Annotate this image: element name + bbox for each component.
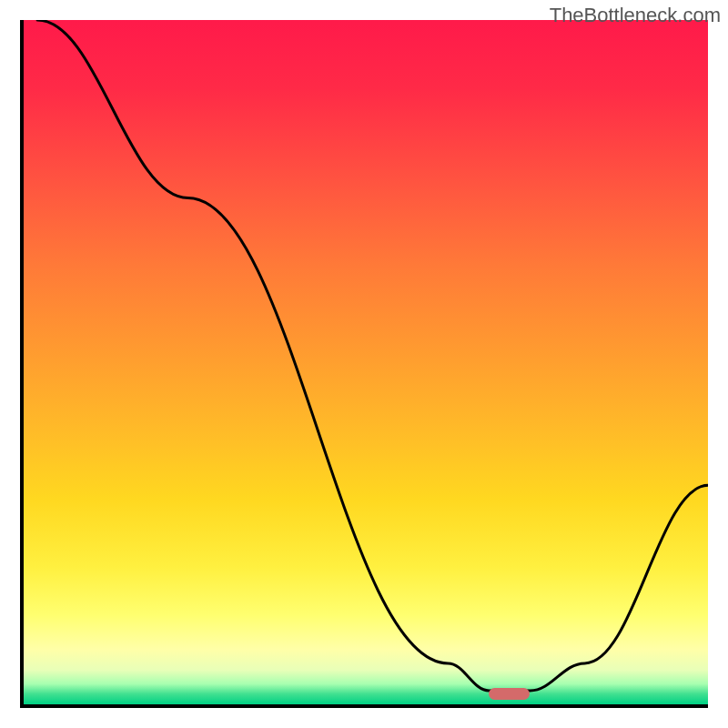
bottleneck-curve	[24, 20, 708, 704]
optimal-marker	[489, 688, 530, 701]
chart-plot-area	[20, 20, 708, 708]
chart-container: TheBottleneck.com	[0, 0, 728, 728]
watermark-text: TheBottleneck.com	[550, 4, 721, 27]
